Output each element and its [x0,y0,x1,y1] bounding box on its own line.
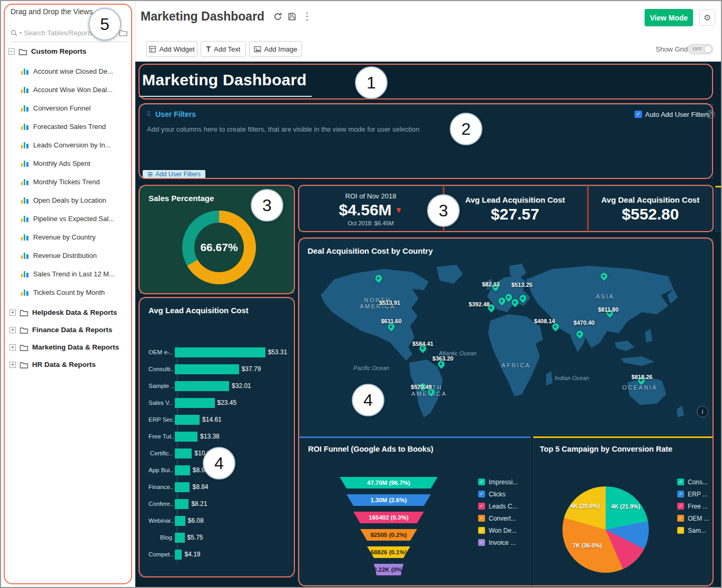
sidebar-report-item[interactable]: Open Deals by Location [1,191,135,210]
legend-label: Invoice ... [489,539,516,546]
view-mode-button[interactable]: View Mode [645,9,693,26]
toggle-knob[interactable] [704,45,712,53]
app-window: Drag and Drop the Views ▾ − Custom Repor… [0,0,722,588]
bar-category-label: Consulti.. [149,366,175,372]
expand-icon[interactable]: + [9,327,16,333]
add-image-button[interactable]: Add Image [249,41,302,57]
kpi-lead-cost-widget[interactable]: Avg Lead Acquisition Cost $27.57 [443,186,587,232]
legend-item[interactable]: ✓OEM ... [677,512,709,524]
legend-checkbox: ✓ [677,527,684,534]
sidebar-folder-item[interactable]: +HR Data & Reports [1,356,135,373]
expand-icon[interactable]: + [9,362,16,368]
bar-chart-icon [21,197,28,204]
funnel-stage-label: 165402 (0.3%) [369,514,408,521]
kpi-deal-title: Avg Deal Acquisition Cost [601,195,699,204]
bar-category-label: Certific.. [149,450,175,456]
legend-item[interactable]: ✓Won De... [478,524,518,536]
legend-item[interactable]: ✓Impressi... [478,476,518,488]
legend-item[interactable]: ✓Cons... [677,476,709,488]
lead-cost-bar-widget[interactable]: Avg Lead Acquisition Cost OEM e-..$53.31… [140,298,294,577]
bar [175,364,239,374]
map-value-label: $513.25 [511,282,532,288]
sidebar-report-item[interactable]: Conversion Funnel [1,99,135,117]
bar-value-label: $6.08 [188,517,204,524]
bar [175,398,215,408]
kpi-roi-widget[interactable]: ROI of Nov 2018 $4.56M ▼ Oct 2018: $6.45… [299,186,442,232]
sidebar-report-item[interactable]: Leads Conversion by In... [1,136,135,154]
sidebar-report-item[interactable]: Monthly Ads Spent [1,154,135,173]
sidebar-folder-item[interactable]: +Marketing Data & Reports [1,338,135,356]
legend-label: Sam... [688,527,706,534]
refresh-icon[interactable] [273,12,282,21]
annotation-circle-3: 3 [251,189,283,222]
bar [175,550,182,560]
add-widget-label: Add Widget [159,45,194,53]
text-icon: T [206,45,211,53]
sidebar-report-item[interactable]: Forecasted Sales Trend [1,117,135,136]
legend-item[interactable]: ✓Sam... [677,524,709,536]
report-label: Monthly Ads Spent [33,160,90,167]
title-banner-widget[interactable]: Marketing Dashboard [139,65,713,99]
kpi-roi-subtext: Oct 2018: $6.45M [348,220,393,226]
bar-chart-icon [21,86,28,93]
info-icon[interactable]: i [697,406,708,417]
add-user-filters-button[interactable]: ⊞ Add User Filters [143,170,205,178]
folder-browse-icon[interactable] [119,29,127,36]
annotation-circle-5: 5 [88,8,121,41]
sidebar-report-item[interactable]: Sales Trend in Last 12 M... [1,265,135,283]
drag-handle-icon[interactable]: ⠿ [146,111,151,118]
auto-add-checkbox[interactable]: ✓ [635,111,642,118]
legend-item[interactable]: ✓Invoice ... [478,536,518,549]
expand-icon[interactable]: + [9,310,16,316]
show-grid-toggle[interactable]: OFF [687,44,713,54]
bar-value-label: $13.38 [200,433,220,440]
legend-item[interactable]: ✓ERP ... [677,488,709,500]
bar-row: Compet..$4.19 [149,546,289,563]
bar-chart-icon [21,234,28,241]
user-filters-panel[interactable]: ⠿ User Filters ✓ Auto Add User Filters ?… [139,104,713,179]
bar-category-label: OEM e-.. [149,349,175,355]
sidebar-report-item[interactable]: Revenue Distribution [1,246,135,265]
search-caret-icon[interactable]: ▾ [19,31,22,35]
collapse-icon[interactable]: − [8,48,15,55]
map-region-label: AFRICA [501,362,530,368]
more-options-icon[interactable]: ⋮ [302,11,312,22]
legend-checkbox: ✓ [677,479,684,485]
help-icon[interactable]: ? [706,110,715,118]
legend-item[interactable]: ✓Free ... [677,500,709,512]
add-text-button[interactable]: T Add Text [201,41,246,57]
legend-item[interactable]: ✓Leads C... [478,500,518,512]
sidebar-report-item[interactable]: Monthly Tickets Trend [1,173,135,191]
sidebar-report-item[interactable]: Pipeline vs Expected Sal... [1,210,135,228]
annotation-circle-4b: 4 [352,384,384,416]
bar-value-label: $53.31 [268,348,288,356]
folder-icon [19,309,28,316]
add-widget-button[interactable]: Add Widget [146,41,197,57]
sidebar-report-item[interactable]: Revenue by Country [1,228,135,246]
bar-category-label: Blog [149,534,175,541]
sidebar-report-item[interactable]: Tickets Count by Month [1,283,135,302]
sidebar-folder-item[interactable]: +Helpdesk Data & Reports [1,304,135,321]
auto-add-label: Auto Add User Filters [645,111,710,118]
save-icon[interactable] [288,13,296,21]
legend-label: Impressi... [489,479,518,486]
sidebar-report-item[interactable]: Account wise Closed De... [1,62,135,81]
sidebar-report-item[interactable]: Account Wise Won Deal... [1,81,135,99]
bar-chart-icon [21,142,28,148]
bar-chart-icon [21,178,28,185]
expand-icon[interactable]: + [9,344,16,351]
funnel-stage-label: 82505 (0.2%) [370,532,407,538]
tree-root-custom-reports[interactable]: − Custom Reports [8,47,86,55]
legend-label: Free ... [688,503,708,510]
kpi-deal-cost-widget[interactable]: Avg Deal Acquisition Cost $552.80 [588,186,713,232]
folder-label: Finance Data & Reports [32,326,112,334]
legend-item[interactable]: ✓Clicks [478,488,518,500]
top-campaign-pie-widget[interactable]: Top 5 Campaign by Conversion Rate ✓Cons.… [533,436,713,585]
gear-icon[interactable]: ⚙ [699,9,715,26]
pie-legend: ✓Cons...✓ERP ...✓Free ...✓OEM ...✓Sam... [677,476,709,536]
legend-item[interactable]: ✓Convert... [478,512,518,524]
sidebar-folder-item[interactable]: +Finance Data & Reports [1,321,135,338]
map-ocean-label: Pacific Ocean [353,365,389,371]
roi-funnel-widget[interactable]: ROI Funnel (Google Ads to Books) 47.70M … [299,436,531,585]
bar [175,533,185,543]
